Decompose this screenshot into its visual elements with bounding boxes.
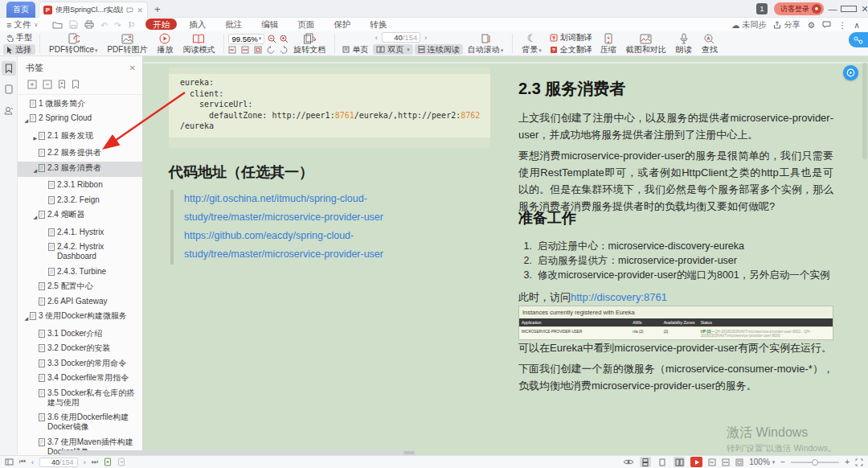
tree-expanded-icon[interactable]: ◢ xyxy=(21,113,28,125)
next-page-icon[interactable]: › xyxy=(424,34,427,42)
pin-icon[interactable]: ⚐ xyxy=(128,20,135,30)
more-options-icon[interactable]: ⋮ xyxy=(838,20,847,30)
bookmark-item[interactable]: ◢2.4 熔断器 xyxy=(18,208,142,224)
redo-icon[interactable]: ↷ xyxy=(114,20,121,30)
tab-home[interactable]: 首页 xyxy=(6,2,35,18)
tab-document[interactable]: P 使用SpringCl...r实战微服务.pdf ✕ xyxy=(39,2,148,18)
collapse-all-icon[interactable] xyxy=(43,80,52,89)
page-number-box[interactable]: /154 xyxy=(382,32,421,43)
thumbnails-panel-icon[interactable] xyxy=(2,82,16,96)
view-double-icon[interactable] xyxy=(674,457,685,467)
undo-icon[interactable]: ↶ xyxy=(100,20,108,30)
bookmark-item[interactable]: 3.6 使用Dockerfile构建Docker镜像 xyxy=(18,411,142,433)
zoom-slider[interactable] xyxy=(791,462,839,463)
menu-tab-3[interactable]: 编辑 xyxy=(254,18,285,30)
tree-expanded-icon[interactable]: ◢ xyxy=(21,311,28,323)
bookmark-item[interactable]: 2.4.1. Hystrix xyxy=(18,226,142,239)
bookmark-item[interactable]: ◢3 使用Docker构建微服务 xyxy=(18,310,142,325)
collapse-toolbar-icon[interactable]: ∧ xyxy=(854,20,860,30)
fit-page-icon[interactable] xyxy=(254,46,262,54)
bookmarks-panel-icon[interactable] xyxy=(2,61,16,76)
add-bookmark-icon[interactable] xyxy=(58,80,66,89)
annotations-panel-icon[interactable] xyxy=(2,103,16,117)
vertical-scrollbar[interactable] xyxy=(862,63,867,159)
bookmark-icon[interactable] xyxy=(72,80,80,89)
close-window-button[interactable]: ✕ xyxy=(857,4,868,14)
find-button[interactable]: 查找 xyxy=(697,31,723,55)
bookmark-item[interactable]: 2.5 配置中心 xyxy=(18,280,142,293)
word-translate-button[interactable]: 划词翻译 xyxy=(547,32,596,43)
background-button[interactable]: ☾ 背景▾ xyxy=(517,31,547,55)
page-number-input[interactable] xyxy=(385,33,403,42)
zoom-out-icon[interactable] xyxy=(268,35,276,43)
rotate-document-button[interactable]: 旋转文档 xyxy=(289,31,330,55)
close-tab-icon[interactable]: ✕ xyxy=(137,6,143,14)
menu-tab-0[interactable]: 开始 xyxy=(145,18,177,30)
minimize-button[interactable]: — xyxy=(825,4,841,14)
fit-page-icon-status[interactable] xyxy=(735,458,743,466)
rotate-left-icon[interactable] xyxy=(267,46,275,54)
feedback-bubble-icon[interactable] xyxy=(822,21,831,28)
menu-tab-4[interactable]: 页面 xyxy=(290,18,321,30)
bookmark-item[interactable]: 3.5 Docker私有仓库的搭建与使用 xyxy=(18,387,142,409)
file-menu[interactable]: ≡ 文件 ∨ xyxy=(0,19,44,31)
code-repo-link[interactable]: https://github.com/eacdy/spring-cloud-st… xyxy=(184,227,469,264)
status-page-input[interactable] xyxy=(43,458,59,466)
prev-page-icon-status[interactable]: ‹ xyxy=(31,458,34,466)
share-button[interactable]: 分享 xyxy=(773,19,800,31)
menu-tab-1[interactable]: 插入 xyxy=(182,18,213,30)
first-page-icon[interactable]: ⏮ xyxy=(19,458,26,466)
rotate-right-icon[interactable] xyxy=(280,46,288,54)
bookmark-item[interactable]: 3.1 Docker介绍 xyxy=(18,327,142,340)
menu-tab-6[interactable]: 转换 xyxy=(362,18,394,30)
document-view[interactable]: eureka: client: serviceUrl: defaultZone:… xyxy=(143,56,868,455)
zoom-in-icon[interactable] xyxy=(280,35,289,43)
guest-login-button[interactable]: 访客登录 ● xyxy=(774,2,824,15)
pdf-to-image-button[interactable]: PDF转图片 xyxy=(102,31,152,55)
bookmark-item[interactable]: 3.3 Docker的常用命令 xyxy=(18,357,142,370)
status-page-box[interactable]: /154 xyxy=(39,458,78,467)
tree-expanded-icon[interactable]: ◢ xyxy=(30,163,37,175)
bookmark-item[interactable]: 3.4 Dockerfile常用指令 xyxy=(18,372,142,384)
bookmark-item[interactable]: 3.2 Docker的安装 xyxy=(18,342,142,355)
view-single-icon[interactable] xyxy=(657,457,668,467)
zoom-slider-knob[interactable] xyxy=(812,459,818,466)
auto-scroll-button[interactable]: 自动滚动▾ xyxy=(463,31,509,55)
bookmark-item[interactable]: 2.4.3. Turbine xyxy=(18,265,142,278)
full-translate-button[interactable]: 全文翻译 xyxy=(547,44,596,55)
menu-tab-2[interactable]: 批注 xyxy=(218,18,249,30)
close-panel-icon[interactable]: ✕ xyxy=(129,64,136,72)
bookmark-item[interactable]: 2.3.1 Ribbon xyxy=(18,179,142,191)
read-mode-button[interactable]: 阅读模式 xyxy=(178,31,219,55)
cloud-collaboration-tab[interactable] xyxy=(849,32,868,47)
tree-collapsed-icon[interactable]: ▶ xyxy=(30,131,37,143)
zoom-plus-icon[interactable]: + xyxy=(845,458,850,466)
extract-page-icon[interactable] xyxy=(117,458,125,466)
actual-size-icon[interactable] xyxy=(228,46,236,54)
menu-tab-5[interactable]: 保护 xyxy=(326,18,358,30)
single-page-button[interactable]: 单页 xyxy=(339,44,371,55)
open-folder-icon[interactable] xyxy=(52,21,63,29)
presentation-play-button[interactable] xyxy=(690,457,702,467)
bookmark-item[interactable]: ◢2 Spring Cloud xyxy=(18,112,142,127)
continuous-read-button[interactable]: 连续阅读 xyxy=(415,44,463,55)
assistant-float-button[interactable] xyxy=(843,65,858,80)
fit-width-icon-status[interactable] xyxy=(722,458,730,466)
read-aloud-button[interactable]: 朗读 xyxy=(671,31,697,55)
toggle-sidebar-icon[interactable] xyxy=(5,458,14,466)
fit-actual-icon[interactable] xyxy=(708,458,716,466)
insert-page-icon[interactable] xyxy=(104,458,112,466)
bookmark-item[interactable]: 2.6 API Gateway xyxy=(18,295,142,308)
cloud-sync-button[interactable]: ☁ 未同步 xyxy=(731,19,767,31)
bookmark-item[interactable]: 2.2 服务提供者 xyxy=(18,146,142,159)
prev-page-icon[interactable]: ‹ xyxy=(375,34,378,42)
bookmark-item[interactable]: 2.3.2. Feign xyxy=(18,194,142,207)
zoom-minus-icon[interactable]: − xyxy=(780,458,785,466)
fullscreen-icon[interactable] xyxy=(855,458,863,466)
pdf-to-office-button[interactable]: PDF转Office▾ xyxy=(44,31,102,55)
snapshot-compare-button[interactable]: 截图和对比 xyxy=(621,31,671,55)
bookmark-item[interactable]: ◢2.3 服务消费者 xyxy=(18,162,142,177)
new-tab-button[interactable]: + xyxy=(154,3,161,15)
select-tool-button[interactable]: 选择 xyxy=(3,44,35,55)
code-repo-link[interactable]: http://git.oschina.net/itmuch/spring-clo… xyxy=(184,190,469,227)
